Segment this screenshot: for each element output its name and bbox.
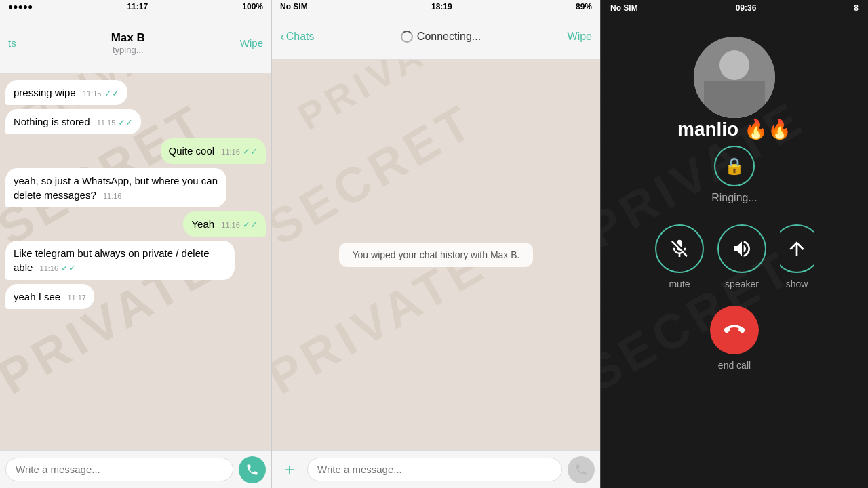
msg-2: Nothing is stored 11:15 ✓✓ [5,109,141,134]
contact-status: typing... [111,45,145,55]
mute-control: mute [655,224,704,289]
wipe-button-1[interactable]: Wipe [240,37,263,49]
time-display-1: 11:17 [127,2,148,12]
back-button-1[interactable]: ts [8,37,16,49]
add-attachment-button[interactable]: + [277,458,302,482]
msg-ticks: ✓✓ [243,146,258,157]
end-call-control: end call [710,306,759,371]
speaker-label: speaker [725,279,759,289]
show-control: show [780,224,814,289]
speaker-icon [731,238,753,260]
call-content: manlio 🔥🔥 🔒 Ringing... mute [601,16,868,488]
end-call-label: end call [718,360,751,371]
wipe-button-2[interactable]: Wipe [568,30,592,43]
msg-time: 11:15 [97,119,116,127]
time-display-2: 18:19 [431,2,452,12]
p3-no-sim: No SIM [610,3,638,13]
contact-info: Max B typing... [111,31,145,55]
connecting-indicator: Connecting... [401,30,481,43]
msg-text: Yeah [191,218,214,230]
status-bar-1: ●●●●● 11:17 100% [0,0,271,14]
panel-chat: PRIVATE SECRET PRIVATE ●●●●● 11:17 100% … [0,0,271,488]
chat-header-2: ‹ Chats Connecting... Wipe [272,14,600,60]
avatar-image [694,37,775,118]
msg-text: yeah I see [14,291,60,302]
msg-3: Quite cool 11:16 ✓✓ [161,138,266,163]
arrow-up-icon [786,238,808,260]
message-input-1[interactable] [5,458,233,481]
call-button-2[interactable] [568,456,595,483]
phone-icon-1 [245,463,259,476]
msg-1: pressing wipe 11:15 ✓✓ [5,80,127,105]
battery-indicator-1: 100% [242,2,263,12]
p3-battery: 8 [854,3,859,13]
msg-ticks: ✓✓ [61,263,76,273]
input-bar-1 [0,450,271,488]
svg-point-1 [719,50,749,80]
msg-time: 11:16 [40,264,59,272]
input-bar-2: + [272,450,600,488]
p3-time: 09:36 [736,3,757,13]
msg-7: yeah I see 11:17 [5,284,94,309]
msg-ticks: ✓✓ [104,88,119,98]
end-call-icon [724,319,745,341]
msg-ticks: ✓✓ [243,220,258,230]
speaker-control: speaker [717,224,766,289]
signal-indicator: ●●●●● [8,2,33,12]
panel-call-screen: PRIVATE SECRET No SIM 09:36 8 manlio 🔥🔥 … [600,0,868,488]
call-controls: mute speaker show [655,224,814,289]
lock-icon: 🔒 [724,157,745,176]
messages-list-1: pressing wipe 11:15 ✓✓ Nothing is stored… [0,73,271,450]
caller-name: manlio 🔥🔥 [677,118,791,140]
panel-wiped-chat: PRIVATE SECRET PRIVATE No SIM 18:19 89% … [271,0,600,488]
msg-text: pressing wipe [14,87,76,98]
end-call-button[interactable] [710,306,759,354]
wipe-notice: You wiped your chat history with Max B. [339,243,534,267]
message-input-2[interactable] [307,458,562,481]
battery-indicator-2: 89% [576,2,592,12]
msg-5: Yeah 11:16 ✓✓ [183,211,266,237]
msg-text: Nothing is stored [14,116,90,127]
secure-call-indicator: 🔒 [714,146,755,186]
speaker-button[interactable] [717,224,766,273]
msg-text: Quite cool [169,145,215,157]
contact-name: Max B [111,31,145,45]
mute-label: mute [669,279,690,289]
chats-back-label[interactable]: Chats [286,30,315,43]
chat-header-1: ts Max B typing... Wipe [0,14,271,73]
no-sim-indicator: No SIM [280,2,308,12]
wiped-messages-area: You wiped your chat history with Max B. [272,60,600,450]
msg-ticks: ✓✓ [118,117,133,127]
msg-time: 11:15 [83,89,102,98]
show-label: show [786,279,808,289]
mute-icon [669,238,690,260]
msg-time: 11:16 [103,192,122,200]
caller-avatar [694,37,775,118]
msg-time: 11:16 [221,221,240,229]
status-bar-3: No SIM 09:36 8 [601,0,868,16]
msg-6: Like telegram but always on private / de… [5,241,235,280]
connecting-text: Connecting... [417,30,481,43]
msg-time: 11:17 [67,293,86,302]
show-button[interactable] [780,224,814,273]
call-button-1[interactable] [239,456,266,483]
msg-4: yeah, so just a WhatsApp, but where you … [5,168,226,207]
chevron-left-icon: ‹ [280,28,285,44]
loading-spinner [401,30,413,43]
svg-rect-3 [704,81,765,118]
call-status-text: Ringing... [711,192,757,204]
phone-icon-2 [574,463,588,476]
status-bar-2: No SIM 18:19 89% [272,0,600,14]
msg-time: 11:16 [221,148,240,156]
back-to-chats[interactable]: ‹ Chats [280,28,314,44]
mute-button[interactable] [655,224,704,273]
